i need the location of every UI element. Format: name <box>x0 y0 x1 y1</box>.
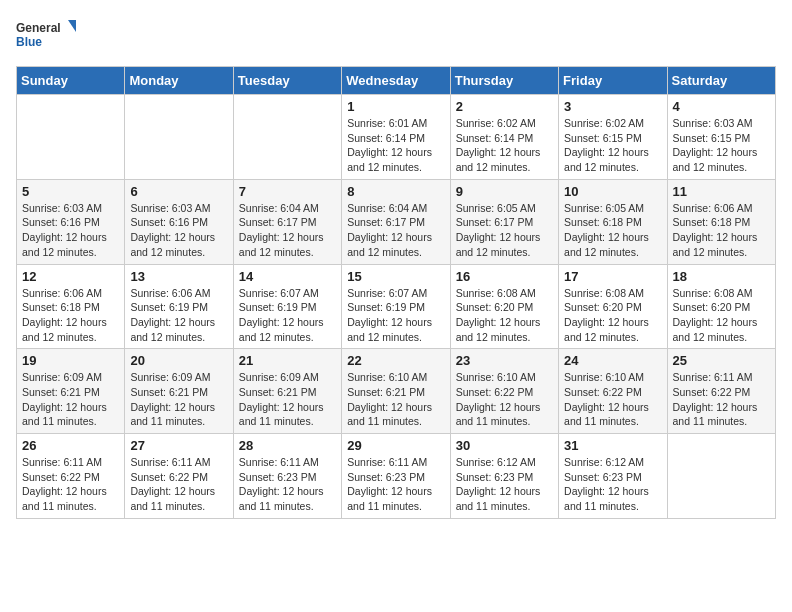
day-info: Sunrise: 6:10 AMSunset: 6:22 PMDaylight:… <box>456 370 553 429</box>
calendar-cell: 18Sunrise: 6:08 AMSunset: 6:20 PMDayligh… <box>667 264 775 349</box>
calendar-cell: 28Sunrise: 6:11 AMSunset: 6:23 PMDayligh… <box>233 434 341 519</box>
calendar-cell: 4Sunrise: 6:03 AMSunset: 6:15 PMDaylight… <box>667 95 775 180</box>
day-number: 22 <box>347 353 444 368</box>
calendar-cell: 24Sunrise: 6:10 AMSunset: 6:22 PMDayligh… <box>559 349 667 434</box>
calendar-cell: 27Sunrise: 6:11 AMSunset: 6:22 PMDayligh… <box>125 434 233 519</box>
day-number: 12 <box>22 269 119 284</box>
week-row-3: 12Sunrise: 6:06 AMSunset: 6:18 PMDayligh… <box>17 264 776 349</box>
day-number: 9 <box>456 184 553 199</box>
calendar-cell: 29Sunrise: 6:11 AMSunset: 6:23 PMDayligh… <box>342 434 450 519</box>
week-row-2: 5Sunrise: 6:03 AMSunset: 6:16 PMDaylight… <box>17 179 776 264</box>
weekday-header-tuesday: Tuesday <box>233 67 341 95</box>
calendar-cell: 26Sunrise: 6:11 AMSunset: 6:22 PMDayligh… <box>17 434 125 519</box>
day-info: Sunrise: 6:09 AMSunset: 6:21 PMDaylight:… <box>22 370 119 429</box>
calendar-cell: 30Sunrise: 6:12 AMSunset: 6:23 PMDayligh… <box>450 434 558 519</box>
calendar-table: SundayMondayTuesdayWednesdayThursdayFrid… <box>16 66 776 519</box>
calendar-cell: 7Sunrise: 6:04 AMSunset: 6:17 PMDaylight… <box>233 179 341 264</box>
day-number: 1 <box>347 99 444 114</box>
day-number: 30 <box>456 438 553 453</box>
day-info: Sunrise: 6:06 AMSunset: 6:18 PMDaylight:… <box>673 201 770 260</box>
day-number: 20 <box>130 353 227 368</box>
calendar-cell <box>17 95 125 180</box>
day-number: 3 <box>564 99 661 114</box>
day-number: 23 <box>456 353 553 368</box>
day-info: Sunrise: 6:05 AMSunset: 6:18 PMDaylight:… <box>564 201 661 260</box>
calendar-cell: 9Sunrise: 6:05 AMSunset: 6:17 PMDaylight… <box>450 179 558 264</box>
day-number: 4 <box>673 99 770 114</box>
day-number: 2 <box>456 99 553 114</box>
calendar-cell: 25Sunrise: 6:11 AMSunset: 6:22 PMDayligh… <box>667 349 775 434</box>
weekday-header-monday: Monday <box>125 67 233 95</box>
day-info: Sunrise: 6:11 AMSunset: 6:22 PMDaylight:… <box>130 455 227 514</box>
page-header: General Blue <box>16 16 776 56</box>
day-info: Sunrise: 6:10 AMSunset: 6:22 PMDaylight:… <box>564 370 661 429</box>
calendar-cell: 2Sunrise: 6:02 AMSunset: 6:14 PMDaylight… <box>450 95 558 180</box>
day-info: Sunrise: 6:06 AMSunset: 6:18 PMDaylight:… <box>22 286 119 345</box>
day-info: Sunrise: 6:06 AMSunset: 6:19 PMDaylight:… <box>130 286 227 345</box>
calendar-cell: 6Sunrise: 6:03 AMSunset: 6:16 PMDaylight… <box>125 179 233 264</box>
week-row-1: 1Sunrise: 6:01 AMSunset: 6:14 PMDaylight… <box>17 95 776 180</box>
day-info: Sunrise: 6:11 AMSunset: 6:22 PMDaylight:… <box>22 455 119 514</box>
calendar-cell: 22Sunrise: 6:10 AMSunset: 6:21 PMDayligh… <box>342 349 450 434</box>
calendar-cell <box>233 95 341 180</box>
weekday-row: SundayMondayTuesdayWednesdayThursdayFrid… <box>17 67 776 95</box>
day-number: 28 <box>239 438 336 453</box>
calendar-cell: 1Sunrise: 6:01 AMSunset: 6:14 PMDaylight… <box>342 95 450 180</box>
day-number: 5 <box>22 184 119 199</box>
calendar-cell: 31Sunrise: 6:12 AMSunset: 6:23 PMDayligh… <box>559 434 667 519</box>
calendar-cell: 10Sunrise: 6:05 AMSunset: 6:18 PMDayligh… <box>559 179 667 264</box>
day-number: 10 <box>564 184 661 199</box>
calendar-cell: 12Sunrise: 6:06 AMSunset: 6:18 PMDayligh… <box>17 264 125 349</box>
day-info: Sunrise: 6:09 AMSunset: 6:21 PMDaylight:… <box>130 370 227 429</box>
day-info: Sunrise: 6:12 AMSunset: 6:23 PMDaylight:… <box>564 455 661 514</box>
day-number: 24 <box>564 353 661 368</box>
day-number: 26 <box>22 438 119 453</box>
day-info: Sunrise: 6:11 AMSunset: 6:22 PMDaylight:… <box>673 370 770 429</box>
day-number: 27 <box>130 438 227 453</box>
calendar-cell: 20Sunrise: 6:09 AMSunset: 6:21 PMDayligh… <box>125 349 233 434</box>
day-info: Sunrise: 6:08 AMSunset: 6:20 PMDaylight:… <box>456 286 553 345</box>
calendar-cell: 21Sunrise: 6:09 AMSunset: 6:21 PMDayligh… <box>233 349 341 434</box>
day-number: 7 <box>239 184 336 199</box>
day-number: 19 <box>22 353 119 368</box>
logo: General Blue <box>16 16 76 56</box>
day-number: 17 <box>564 269 661 284</box>
calendar-cell: 13Sunrise: 6:06 AMSunset: 6:19 PMDayligh… <box>125 264 233 349</box>
calendar-cell: 15Sunrise: 6:07 AMSunset: 6:19 PMDayligh… <box>342 264 450 349</box>
logo-svg: General Blue <box>16 16 76 56</box>
svg-text:Blue: Blue <box>16 35 42 49</box>
day-number: 6 <box>130 184 227 199</box>
calendar-cell: 3Sunrise: 6:02 AMSunset: 6:15 PMDaylight… <box>559 95 667 180</box>
day-number: 29 <box>347 438 444 453</box>
day-info: Sunrise: 6:09 AMSunset: 6:21 PMDaylight:… <box>239 370 336 429</box>
day-info: Sunrise: 6:02 AMSunset: 6:15 PMDaylight:… <box>564 116 661 175</box>
day-info: Sunrise: 6:12 AMSunset: 6:23 PMDaylight:… <box>456 455 553 514</box>
calendar-cell: 14Sunrise: 6:07 AMSunset: 6:19 PMDayligh… <box>233 264 341 349</box>
day-number: 31 <box>564 438 661 453</box>
day-info: Sunrise: 6:04 AMSunset: 6:17 PMDaylight:… <box>347 201 444 260</box>
day-info: Sunrise: 6:07 AMSunset: 6:19 PMDaylight:… <box>347 286 444 345</box>
calendar-cell <box>125 95 233 180</box>
day-number: 13 <box>130 269 227 284</box>
day-info: Sunrise: 6:05 AMSunset: 6:17 PMDaylight:… <box>456 201 553 260</box>
day-info: Sunrise: 6:11 AMSunset: 6:23 PMDaylight:… <box>239 455 336 514</box>
calendar-cell: 11Sunrise: 6:06 AMSunset: 6:18 PMDayligh… <box>667 179 775 264</box>
day-info: Sunrise: 6:07 AMSunset: 6:19 PMDaylight:… <box>239 286 336 345</box>
day-info: Sunrise: 6:10 AMSunset: 6:21 PMDaylight:… <box>347 370 444 429</box>
day-number: 18 <box>673 269 770 284</box>
calendar-cell: 17Sunrise: 6:08 AMSunset: 6:20 PMDayligh… <box>559 264 667 349</box>
day-info: Sunrise: 6:08 AMSunset: 6:20 PMDaylight:… <box>564 286 661 345</box>
day-number: 11 <box>673 184 770 199</box>
calendar-cell <box>667 434 775 519</box>
day-info: Sunrise: 6:04 AMSunset: 6:17 PMDaylight:… <box>239 201 336 260</box>
day-info: Sunrise: 6:08 AMSunset: 6:20 PMDaylight:… <box>673 286 770 345</box>
day-number: 25 <box>673 353 770 368</box>
weekday-header-sunday: Sunday <box>17 67 125 95</box>
calendar-cell: 16Sunrise: 6:08 AMSunset: 6:20 PMDayligh… <box>450 264 558 349</box>
weekday-header-wednesday: Wednesday <box>342 67 450 95</box>
day-number: 14 <box>239 269 336 284</box>
day-info: Sunrise: 6:02 AMSunset: 6:14 PMDaylight:… <box>456 116 553 175</box>
weekday-header-thursday: Thursday <box>450 67 558 95</box>
calendar-cell: 8Sunrise: 6:04 AMSunset: 6:17 PMDaylight… <box>342 179 450 264</box>
calendar-header: SundayMondayTuesdayWednesdayThursdayFrid… <box>17 67 776 95</box>
